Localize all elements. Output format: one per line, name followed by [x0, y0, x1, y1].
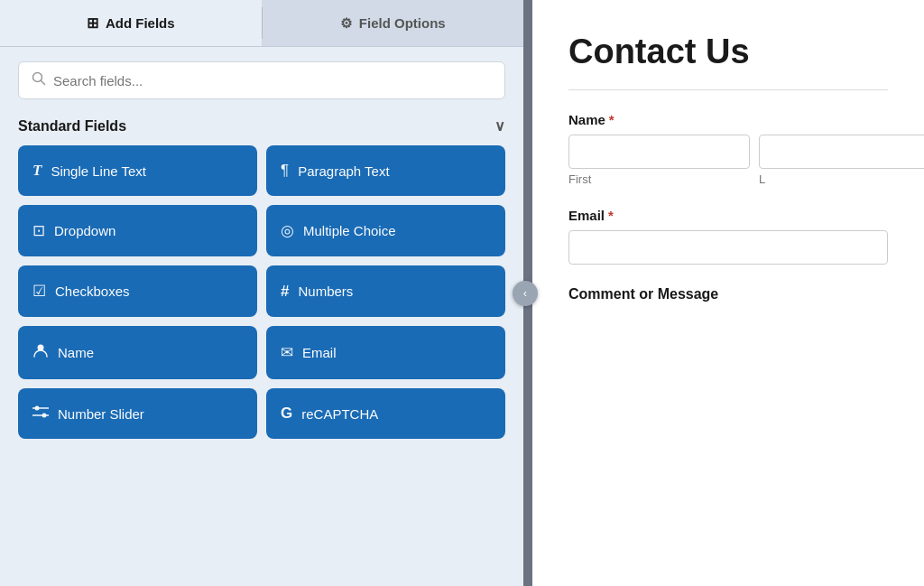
- form-email-group: Email *: [568, 208, 888, 265]
- field-btn-recaptcha-label: reCAPTCHA: [301, 406, 378, 422]
- name-last-input[interactable]: [759, 135, 924, 169]
- field-btn-paragraph-text[interactable]: ¶ Paragraph Text: [266, 145, 505, 196]
- field-btn-paragraph-text-label: Paragraph Text: [298, 163, 389, 179]
- search-box: [18, 61, 505, 99]
- right-panel: Contact Us Name * First L Email * Commen…: [532, 0, 924, 586]
- tab-add-fields-label: Add Fields: [106, 15, 175, 31]
- field-btn-checkboxes-label: Checkboxes: [55, 284, 130, 299]
- tab-field-options[interactable]: ⚙ Field Options: [263, 0, 524, 46]
- name-field-icon: [32, 342, 49, 363]
- standard-fields-header: Standard Fields ∨: [0, 114, 523, 145]
- field-btn-dropdown[interactable]: ⊡ Dropdown: [18, 205, 257, 256]
- checkboxes-icon: ☑: [32, 282, 46, 301]
- svg-point-6: [42, 414, 47, 418]
- field-btn-numbers-label: Numbers: [298, 284, 353, 299]
- email-input[interactable]: [568, 230, 888, 265]
- name-last-wrapper: L: [759, 135, 924, 186]
- name-first-input[interactable]: [568, 135, 750, 169]
- field-options-icon: ⚙: [340, 15, 352, 32]
- name-input-row: First L: [568, 135, 888, 186]
- search-icon: [32, 71, 46, 89]
- numbers-icon: #: [281, 283, 289, 301]
- left-panel: ⊞ Add Fields ⚙ Field Options Standard Fi…: [0, 0, 523, 586]
- multiple-choice-icon: ◎: [281, 221, 294, 240]
- field-btn-recaptcha[interactable]: G reCAPTCHA: [266, 388, 505, 439]
- tab-field-options-label: Field Options: [359, 15, 446, 31]
- form-title: Contact Us: [568, 33, 888, 71]
- svg-point-5: [35, 406, 40, 411]
- email-label: Email *: [568, 208, 888, 223]
- number-slider-icon: [32, 405, 49, 423]
- field-btn-numbers[interactable]: # Numbers: [266, 265, 505, 317]
- field-btn-name-label: Name: [58, 345, 94, 360]
- tab-add-fields[interactable]: ⊞ Add Fields: [0, 0, 262, 46]
- single-line-text-icon: T: [32, 162, 42, 180]
- add-fields-icon: ⊞: [87, 14, 98, 32]
- field-btn-email-label: Email: [302, 345, 337, 360]
- form-name-group: Name * First L: [568, 112, 888, 186]
- chevron-down-icon[interactable]: ∨: [494, 117, 505, 135]
- name-last-sub-label: L: [759, 172, 924, 186]
- field-btn-multiple-choice-label: Multiple Choice: [303, 223, 396, 238]
- field-btn-single-line-text[interactable]: T Single Line Text: [18, 145, 257, 196]
- name-first-wrapper: First: [568, 135, 750, 186]
- name-label: Name *: [568, 112, 888, 127]
- name-required-star: *: [609, 112, 614, 127]
- field-btn-dropdown-label: Dropdown: [54, 223, 116, 238]
- collapse-icon: ‹: [523, 286, 527, 300]
- search-container: [0, 47, 523, 114]
- svg-line-1: [42, 81, 45, 85]
- field-btn-single-line-text-label: Single Line Text: [51, 163, 146, 179]
- form-comment-group: Comment or Message: [568, 286, 888, 302]
- search-input[interactable]: [53, 73, 492, 88]
- email-icon: ✉: [281, 343, 293, 362]
- tabs-bar: ⊞ Add Fields ⚙ Field Options: [0, 0, 523, 47]
- recaptcha-icon: G: [281, 405, 292, 423]
- field-btn-number-slider-label: Number Slider: [58, 406, 144, 422]
- dropdown-icon: ⊡: [32, 221, 45, 240]
- paragraph-text-icon: ¶: [281, 162, 289, 180]
- comment-label: Comment or Message: [568, 286, 888, 302]
- email-required-star: *: [608, 208, 614, 223]
- field-btn-checkboxes[interactable]: ☑ Checkboxes: [18, 265, 257, 317]
- collapse-handle[interactable]: ‹: [513, 281, 538, 306]
- field-btn-email[interactable]: ✉ Email: [266, 326, 505, 379]
- name-first-sub-label: First: [568, 172, 750, 186]
- field-btn-number-slider[interactable]: Number Slider: [18, 388, 257, 439]
- field-btn-multiple-choice[interactable]: ◎ Multiple Choice: [266, 205, 505, 256]
- form-divider: [568, 89, 888, 90]
- standard-fields-label: Standard Fields: [18, 118, 126, 135]
- fields-grid: T Single Line Text ¶ Paragraph Text ⊡ Dr…: [0, 145, 523, 439]
- field-btn-name[interactable]: Name: [18, 326, 257, 379]
